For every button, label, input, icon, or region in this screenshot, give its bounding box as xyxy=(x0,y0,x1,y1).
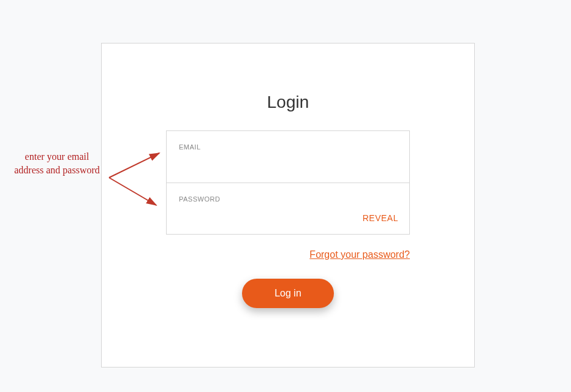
email-label: EMAIL xyxy=(179,143,397,151)
forgot-password-wrap: Forgot your password? xyxy=(166,249,410,260)
reveal-password-button[interactable]: REVEAL xyxy=(363,213,398,223)
login-form: EMAIL PASSWORD REVEAL xyxy=(166,130,410,235)
login-button[interactable]: Log in xyxy=(242,279,334,308)
email-field-container[interactable]: EMAIL xyxy=(167,131,409,183)
password-field-container[interactable]: PASSWORD REVEAL xyxy=(167,183,409,234)
login-title: Login xyxy=(102,92,474,112)
login-card: Login EMAIL PASSWORD REVEAL Forgot your … xyxy=(101,43,475,368)
password-label: PASSWORD xyxy=(179,195,397,203)
forgot-password-link[interactable]: Forgot your password? xyxy=(309,249,410,260)
email-input[interactable] xyxy=(179,157,397,168)
annotation-text: enter your email address and password xyxy=(11,150,103,176)
